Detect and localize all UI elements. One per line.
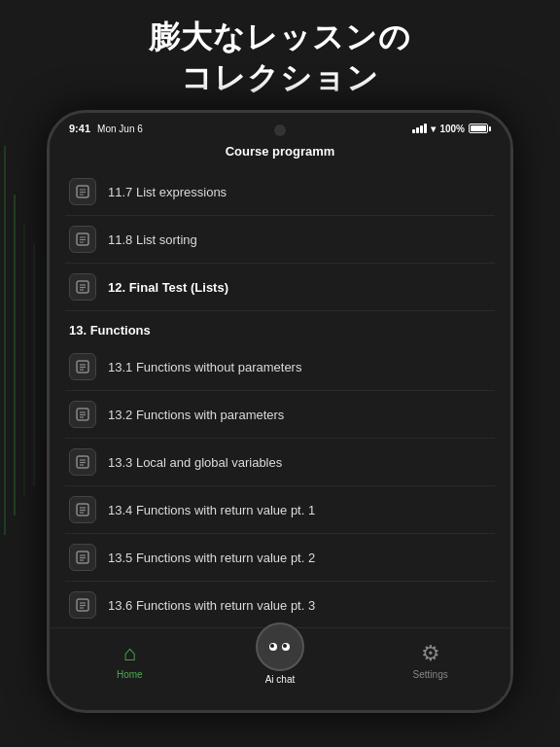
screen-title: Course programm: [50, 138, 510, 168]
item-text-9: 13.6 Functions with return value pt. 3: [108, 598, 315, 613]
bottom-nav: ⌂ Home Ai chat ⚙ Settings: [50, 627, 510, 696]
lesson-icon-5: [69, 401, 96, 428]
lesson-icon-0: [69, 178, 96, 205]
item-text-1: 11.8 List sorting: [108, 232, 197, 247]
item-text-6: 13.3 Local and global variables: [108, 455, 282, 470]
battery-percent: 100%: [439, 124, 465, 134]
list-item-6[interactable]: 13.3 Local and global variables: [65, 439, 495, 486]
status-date: Mon Jun 6: [97, 124, 143, 134]
nav-ai-chat[interactable]: Ai chat: [256, 636, 304, 685]
nav-settings[interactable]: ⚙ Settings: [397, 641, 465, 680]
item-text-5: 13.2 Functions with parameters: [108, 408, 284, 422]
lesson-icon-4: [69, 353, 96, 380]
status-right-icons: ▾ 100%: [412, 124, 491, 134]
hero-title: 膨大なレッスンの コレクション: [39, 18, 521, 98]
home-label: Home: [117, 669, 143, 680]
item-text-7: 13.4 Functions with return value pt. 1: [108, 503, 315, 517]
phone-notch: [274, 124, 286, 136]
list-item-2[interactable]: 12. Final Test (Lists): [65, 264, 495, 311]
hero-section: 膨大なレッスンの コレクション: [0, 0, 560, 110]
item-text-8: 13.5 Functions with return value pt. 2: [108, 551, 315, 565]
decorative-lines: [0, 146, 53, 535]
course-list[interactable]: 11.7 List expressions 11.8 List sorting …: [50, 168, 510, 627]
lesson-icon-8: [69, 544, 96, 571]
lesson-icon-2: [69, 273, 96, 301]
ai-eyes-icon: [269, 643, 290, 651]
wifi-icon: ▾: [431, 124, 436, 134]
hero-title-line1: 膨大なレッスンの: [149, 19, 411, 54]
lesson-icon-9: [69, 591, 96, 619]
item-text-4: 13.1 Functions without parameters: [108, 360, 301, 374]
ai-right-eye: [282, 643, 290, 651]
settings-icon: ⚙: [421, 641, 440, 666]
list-item-8[interactable]: 13.5 Functions with return value pt. 2: [65, 534, 495, 582]
list-item-0[interactable]: 11.7 List expressions: [65, 168, 495, 216]
section-header-3: 13. Functions: [65, 311, 495, 343]
status-time: 9:41: [69, 123, 90, 134]
status-time-date: 9:41 Mon Jun 6: [69, 123, 143, 134]
item-text-2: 12. Final Test (Lists): [108, 280, 228, 295]
ai-chat-button[interactable]: [256, 622, 304, 671]
lesson-icon-6: [69, 448, 96, 476]
battery-icon: [469, 124, 491, 133]
settings-label: Settings: [413, 669, 448, 680]
home-icon: ⌂: [123, 641, 136, 666]
ai-left-eye: [269, 643, 277, 651]
list-item-1[interactable]: 11.8 List sorting: [65, 216, 495, 264]
list-item-9[interactable]: 13.6 Functions with return value pt. 3: [65, 582, 495, 627]
signal-bars-icon: [412, 124, 427, 133]
lesson-icon-1: [69, 226, 96, 253]
list-item-7[interactable]: 13.4 Functions with return value pt. 1: [65, 486, 495, 534]
list-item-5[interactable]: 13.2 Functions with parameters: [65, 391, 495, 439]
ai-chat-label: Ai chat: [265, 674, 296, 685]
list-item-4[interactable]: 13.1 Functions without parameters: [65, 343, 495, 391]
app-content: Course programm 11.7 List expressions 11…: [50, 138, 510, 696]
lesson-icon-7: [69, 496, 96, 523]
item-text-0: 11.7 List expressions: [108, 185, 227, 199]
phone-mockup: 9:41 Mon Jun 6 ▾ 100% Course programm: [47, 110, 513, 713]
nav-home[interactable]: ⌂ Home: [95, 641, 163, 680]
hero-title-line2: コレクション: [181, 60, 379, 95]
